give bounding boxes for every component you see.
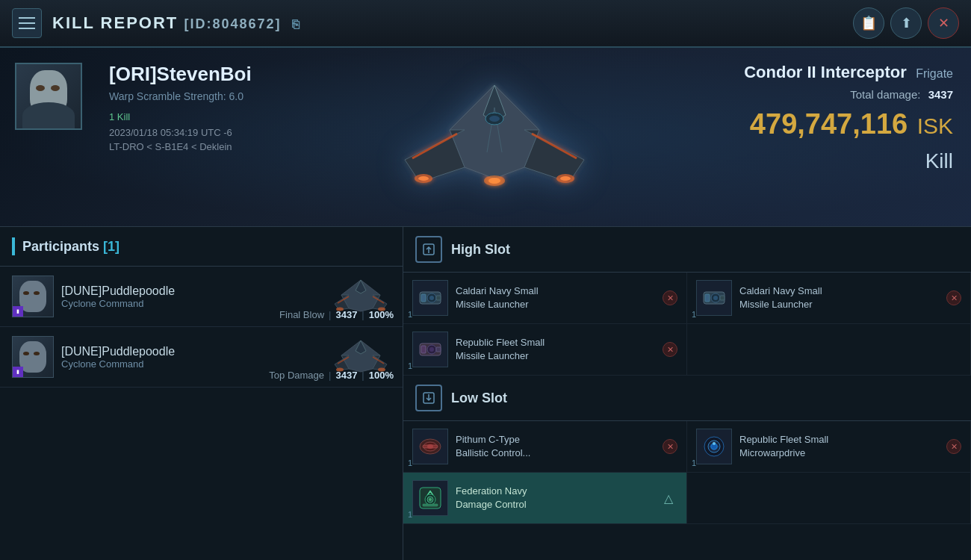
svg-point-9 (488, 178, 500, 184)
item-name: Caldari Navy SmallMissile Launcher (456, 284, 658, 311)
rank-badge: ▮ (13, 306, 23, 317)
svg-rect-34 (421, 294, 426, 302)
header-actions: 📋 ⬆ ✕ (853, 7, 959, 39)
menu-button[interactable] (12, 8, 42, 38)
participant-corp: Cyclone Command (61, 358, 323, 370)
rank-badge: ▮ (13, 367, 23, 377)
slot-icon (415, 236, 442, 263)
item-row[interactable]: 1 Republic Fleet SmallMicrowarpdrive ✕ (687, 421, 971, 473)
clipboard-button[interactable]: 📋 (853, 7, 884, 39)
low-slot-title: Low Slot (451, 391, 507, 406)
item-row[interactable]: 1 Caldari Navy SmallMissile Launcher ✕ (687, 273, 971, 324)
ship-display (264, 48, 727, 226)
item-icon (696, 429, 732, 464)
result-label: Kill (744, 149, 953, 173)
svg-point-52 (427, 444, 433, 449)
high-slot-items: 1 Caldari Navy SmallMissile Launcher ✕ (403, 273, 971, 376)
person-icon: △ (660, 489, 677, 507)
item-name: Caldari Navy SmallMissile Launcher (739, 284, 942, 311)
item-icon (696, 280, 732, 316)
kill-date: 2023/01/18 05:34:19 UTC -6 (109, 127, 252, 138)
item-icon (412, 429, 448, 464)
remove-button[interactable]: ✕ (663, 290, 677, 305)
remove-button[interactable]: ✕ (663, 342, 677, 357)
svg-point-5 (418, 176, 429, 181)
participant-name: [DUNE]Puddlepoodle (61, 345, 323, 358)
svg-point-15 (489, 116, 500, 122)
low-slot-section: Low Slot 1 Pithum C-TypeBallistic Contro (403, 376, 971, 524)
item-icon (412, 280, 448, 316)
warp-scramble: Warp Scramble Strength: 6.0 (109, 90, 252, 102)
kill-location: LT-DRO < S-B1E4 < Deklein (109, 141, 252, 152)
svg-rect-39 (705, 294, 710, 302)
hero-left (0, 48, 97, 226)
svg-rect-37 (436, 296, 441, 300)
player-name: [ORI]StevenBoi (109, 63, 252, 86)
high-slot-header: High Slot (403, 227, 971, 273)
remove-button[interactable]: ✕ (946, 439, 961, 454)
item-row[interactable]: 1 Caldari Navy SmallMissile Launcher ✕ (403, 273, 687, 324)
participants-panel: Participants [1] ▮ [DUNE]Puddlepoodle Cy… (0, 227, 403, 560)
avatar (15, 63, 82, 130)
fitting-panel: High Slot 1 Caldari Navy (403, 227, 971, 560)
svg-rect-47 (436, 347, 441, 352)
participant-info: [DUNE]Puddlepoodle Cyclone Command (54, 345, 331, 370)
svg-point-41 (713, 296, 718, 300)
isk-row: 479,747,116 ISK (744, 108, 953, 140)
item-row[interactable]: 1 Pithum C-TypeBallistic Control... ✕ (403, 421, 687, 473)
participant-corp: Cyclone Command (61, 298, 323, 309)
remove-button[interactable]: ✕ (946, 290, 961, 305)
svg-point-46 (429, 347, 434, 352)
item-name: Republic Fleet SmallMissile Launcher (456, 336, 658, 363)
kill-count: 1 Kill (109, 111, 252, 122)
svg-marker-17 (356, 280, 366, 293)
item-name: Pithum C-TypeBallistic Control... (456, 433, 658, 460)
participant-avatar: ▮ (12, 276, 54, 317)
title-text: KILL REPORT (52, 13, 178, 32)
header: KILL REPORT [ID:8048672] ⎘ 📋 ⬆ ✕ (0, 0, 971, 48)
main-content: Participants [1] ▮ [DUNE]Puddlepoodle Cy… (0, 227, 971, 560)
svg-rect-42 (720, 296, 725, 300)
ship-image (390, 63, 599, 212)
ship-name: Condor II Interceptor Frigate (744, 63, 953, 82)
header-title: KILL REPORT [ID:8048672] ⎘ (52, 13, 853, 33)
participant-item[interactable]: ▮ [DUNE]Puddlepoodle Cyclone Command (0, 267, 403, 327)
svg-point-56 (713, 442, 716, 445)
item-row[interactable]: 1 Federation NavyDamage Control △ (403, 473, 687, 524)
high-slot-title: High Slot (451, 242, 510, 258)
svg-rect-44 (421, 346, 426, 353)
svg-point-60 (429, 498, 432, 501)
item-name: Republic Fleet SmallMicrowarpdrive (739, 433, 942, 460)
report-id: [ID:8048672] (184, 16, 281, 31)
empty-cell (687, 324, 971, 376)
item-icon (412, 480, 448, 516)
participants-header: Participants [1] (0, 227, 403, 267)
close-button[interactable]: ✕ (928, 7, 959, 39)
svg-point-7 (560, 176, 571, 181)
item-icon (412, 332, 448, 367)
hero-right: Condor II Interceptor Frigate Total dama… (726, 48, 971, 226)
participant-item[interactable]: ▮ [DUNE]Puddlepoodle Cyclone Command (0, 327, 403, 388)
low-slot-items: 1 Pithum C-TypeBallistic Control... ✕ (403, 421, 971, 524)
high-slot-section: High Slot 1 Caldari Navy (403, 227, 971, 376)
remove-button[interactable]: ✕ (663, 439, 677, 454)
participants-title: Participants [1] (22, 239, 120, 255)
participant-stats: Top Damage | 3437 | 100% (269, 370, 394, 381)
participant-stats: Final Blow | 3437 | 100% (279, 309, 394, 320)
participant-info: [DUNE]Puddlepoodle Cyclone Command (54, 284, 331, 309)
accent-bar (12, 237, 15, 255)
empty-cell (687, 473, 971, 524)
svg-rect-61 (423, 504, 438, 506)
svg-marker-25 (356, 340, 366, 354)
svg-point-36 (429, 296, 434, 300)
slot-icon (415, 385, 442, 411)
hero-info: [ORI]StevenBoi Warp Scramble Strength: 6… (97, 48, 264, 226)
item-row[interactable]: 1 Republic Fleet SmallMissile Launcher ✕ (403, 324, 687, 376)
damage-row: Total damage: 3437 (744, 88, 953, 101)
hero-section: [ORI]StevenBoi Warp Scramble Strength: 6… (0, 48, 971, 227)
export-button[interactable]: ⬆ (890, 7, 922, 39)
item-name: Federation NavyDamage Control (456, 485, 655, 511)
participant-avatar: ▮ (12, 336, 54, 378)
copy-id-icon[interactable]: ⎘ (292, 18, 301, 31)
low-slot-header: Low Slot (403, 376, 971, 421)
